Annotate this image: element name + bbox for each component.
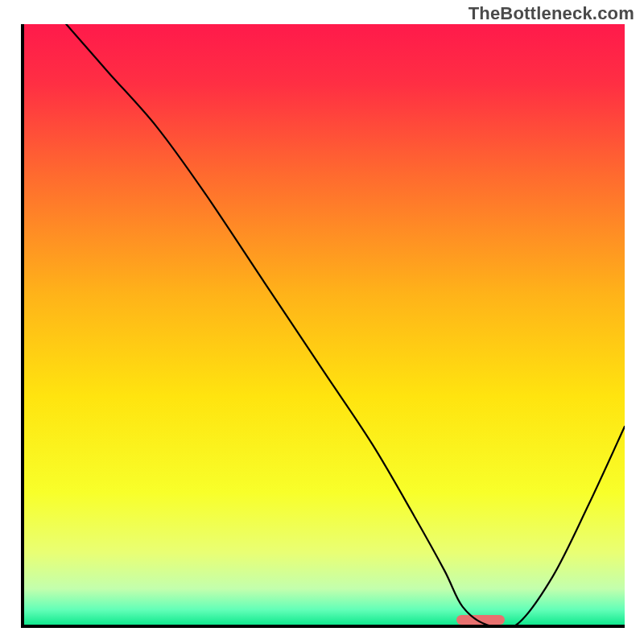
curve-path (66, 24, 625, 625)
watermark-text: TheBottleneck.com (469, 3, 634, 24)
axes-border (21, 24, 625, 628)
bottleneck-curve (24, 24, 625, 625)
chart-frame: TheBottleneck.com (0, 0, 644, 644)
plot-area (24, 24, 625, 625)
